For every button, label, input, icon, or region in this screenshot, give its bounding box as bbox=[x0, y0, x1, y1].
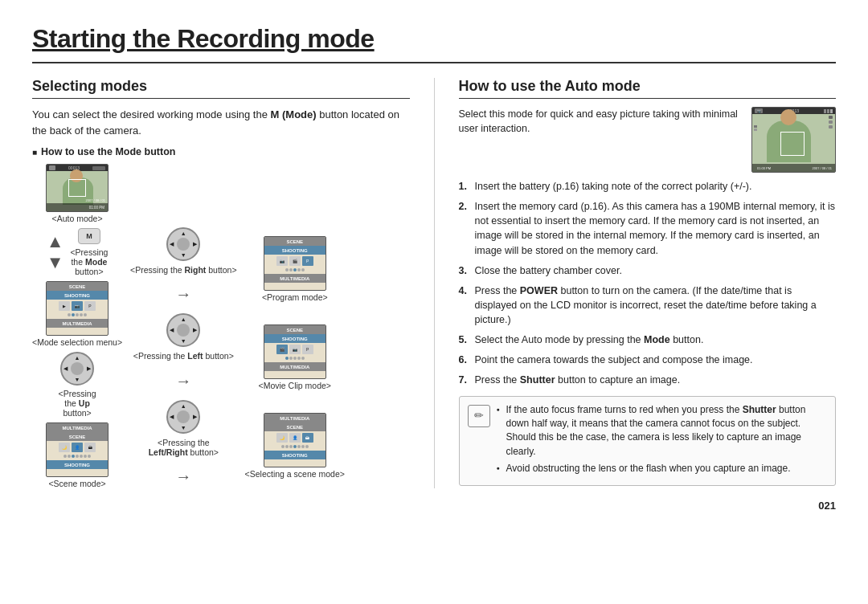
pressing-up-row: ◀ ▶ <Pressingthe Upbutton> bbox=[59, 352, 96, 418]
movie-dots bbox=[264, 356, 326, 361]
side-indicators bbox=[829, 116, 833, 129]
pdot5 bbox=[301, 268, 305, 271]
seldot4 bbox=[293, 445, 297, 448]
nav-ring-inner3 bbox=[177, 324, 190, 337]
step-1: 1. Insert the battery (p.16) taking note… bbox=[459, 179, 837, 194]
seldot7 bbox=[305, 445, 309, 448]
scene-bar2: SCENE bbox=[47, 432, 108, 441]
pressing-mode-caption: <Pressingthe Modebutton> bbox=[70, 247, 108, 276]
cam-focus bbox=[68, 179, 86, 197]
sel-dots bbox=[264, 444, 326, 449]
sdot3 bbox=[72, 455, 75, 458]
main-content: Selecting modes You can select the desir… bbox=[32, 78, 836, 488]
cam-date: 2007 / 08 / 01 bbox=[86, 199, 105, 203]
pressing-up-caption: <Pressingthe Upbutton> bbox=[59, 389, 96, 418]
pdot4 bbox=[297, 268, 301, 271]
seldot1 bbox=[281, 445, 285, 448]
sdot6 bbox=[84, 455, 87, 458]
left-column: Selecting modes You can select the desir… bbox=[32, 78, 410, 488]
sdot2 bbox=[68, 455, 71, 458]
sdot5 bbox=[80, 455, 83, 458]
pressing-right-caption: <Pressing the Right button> bbox=[130, 265, 237, 275]
left-indicators bbox=[754, 125, 757, 131]
select-scene-caption: <Selecting a scene mode> bbox=[245, 469, 345, 479]
right-cam-bottom: 01:00 PM 2007 / 08 / 01 bbox=[752, 164, 835, 172]
sdot4 bbox=[76, 455, 79, 458]
nav-l2: ◀ bbox=[170, 241, 174, 247]
mode-menu-caption: <Mode selection menu> bbox=[32, 337, 122, 347]
seldot6 bbox=[301, 445, 305, 448]
prog-icons: 📷 🎬 P bbox=[264, 255, 326, 267]
sel-icon2: 👤 bbox=[289, 433, 301, 443]
press-mode-col: M <Pressingthe Modebutton> bbox=[70, 228, 108, 276]
multimedia-bar: MULTIMEDIA bbox=[47, 319, 108, 328]
pdot3 bbox=[293, 268, 297, 271]
intro-bold: M (Mode) bbox=[271, 108, 317, 120]
diagram-right: SCENE SHOOTING 📷 🎬 P bbox=[245, 164, 345, 488]
nav-ring-inner2 bbox=[177, 238, 190, 251]
prog-icon1: 📷 bbox=[276, 256, 288, 266]
step-4: 4. Press the POWER button to turn on the… bbox=[459, 284, 837, 327]
nav-ring-inner bbox=[71, 362, 84, 375]
movie-icons: 🎬 📷 P bbox=[264, 343, 326, 356]
step-5-text: Select the Auto mode by pressing the Mod… bbox=[475, 333, 704, 347]
seldot5 bbox=[297, 445, 301, 448]
movie-icon3: P bbox=[302, 345, 313, 354]
nav-r2: ▶ bbox=[193, 241, 197, 247]
scene-dots bbox=[47, 454, 108, 459]
scene-mode-screen: MULTIMEDIA SCENE 🌙 👤 🏔 bbox=[46, 422, 108, 477]
sel-icon1: 🌙 bbox=[276, 433, 288, 443]
cam-time: 01:00 PM bbox=[89, 206, 104, 210]
auto-mode-caption: <Auto mode> bbox=[52, 214, 103, 223]
cam-top-icon bbox=[49, 165, 55, 170]
mdot2 bbox=[289, 357, 293, 360]
seldot3 bbox=[289, 445, 293, 448]
how-to-label-text: How to use the Mode button bbox=[41, 146, 175, 157]
note-box: ✏ If the auto focus frame turns to red w… bbox=[459, 396, 837, 487]
scene-mode-item: MULTIMEDIA SCENE 🌙 👤 🏔 bbox=[46, 422, 108, 488]
nav-r4: ▶ bbox=[193, 414, 197, 420]
sel-multimedia-bar: MULTIMEDIA bbox=[264, 414, 326, 422]
left-section-title: Selecting modes bbox=[32, 78, 410, 99]
nav-l3: ◀ bbox=[170, 327, 174, 333]
right-cam-date: 2007 / 08 / 01 bbox=[813, 166, 832, 170]
updown-row: ▲ ▼ M <Pressingthe Modebutton> bbox=[47, 228, 108, 276]
page-number-text: 021 bbox=[818, 500, 836, 512]
right-section-title: How to use the Auto mode bbox=[459, 78, 837, 99]
nav-ring-left-btn: ◀ ▶ bbox=[166, 313, 200, 347]
scene-icon2: 👤 bbox=[72, 443, 83, 452]
right-cam-indicators bbox=[824, 109, 833, 113]
scene-icon1: 🌙 bbox=[59, 443, 70, 452]
sel-shooting-bar: SHOOTING bbox=[264, 451, 326, 459]
sel-icon3: 🏔 bbox=[302, 433, 313, 443]
cam-battery bbox=[92, 166, 105, 170]
shooting-bar: SHOOTING bbox=[47, 291, 108, 300]
nav-l4: ◀ bbox=[170, 414, 174, 420]
movie-mode-item: SCENE SHOOTING 🎬 📷 P bbox=[259, 324, 331, 390]
note-2: Avoid obstructing the lens or the flash … bbox=[497, 462, 828, 475]
right-cam-screen: 📷 00013 bbox=[751, 107, 836, 173]
left-btn-group: ◀ ▶ <Pressing the Left button> bbox=[133, 313, 234, 361]
mdot1 bbox=[285, 357, 289, 360]
pressing-left-caption: <Pressing the Left button> bbox=[133, 351, 234, 361]
left-intro: You can select the desired working mode … bbox=[32, 107, 410, 138]
step-4-num: 4. bbox=[459, 284, 470, 327]
step-1-num: 1. bbox=[459, 179, 470, 194]
right-intro: Select this mode for quick and easy pict… bbox=[459, 107, 741, 136]
step-5-num: 5. bbox=[459, 333, 470, 347]
program-mode-item: SCENE SHOOTING 📷 🎬 P bbox=[262, 236, 328, 302]
mode-menu-screen: SCENE SHOOTING ▶ 📷 P bbox=[46, 281, 108, 336]
right-cam-time: 01:00 PM bbox=[755, 166, 813, 170]
step-7-num: 7. bbox=[459, 373, 470, 387]
prog-icon3: P bbox=[302, 256, 313, 266]
pressing-up-col: ◀ ▶ <Pressingthe Upbutton> bbox=[59, 352, 96, 418]
diagram-middle: ◀ ▶ <Pressing the Right button> → ◀ ▶ <P… bbox=[130, 164, 237, 488]
pdot2 bbox=[289, 268, 293, 271]
how-to-label: How to use the Mode button bbox=[32, 146, 410, 157]
nav-ring-up: ◀ ▶ bbox=[60, 352, 94, 386]
scene-icon3: 🏔 bbox=[84, 443, 96, 452]
page-number: 021 bbox=[32, 500, 836, 512]
updown-arrows: ▲ ▼ bbox=[47, 231, 64, 273]
arrow-right-3: → bbox=[175, 468, 191, 484]
program-mode-screen: SCENE SHOOTING 📷 🎬 P bbox=[264, 236, 326, 291]
